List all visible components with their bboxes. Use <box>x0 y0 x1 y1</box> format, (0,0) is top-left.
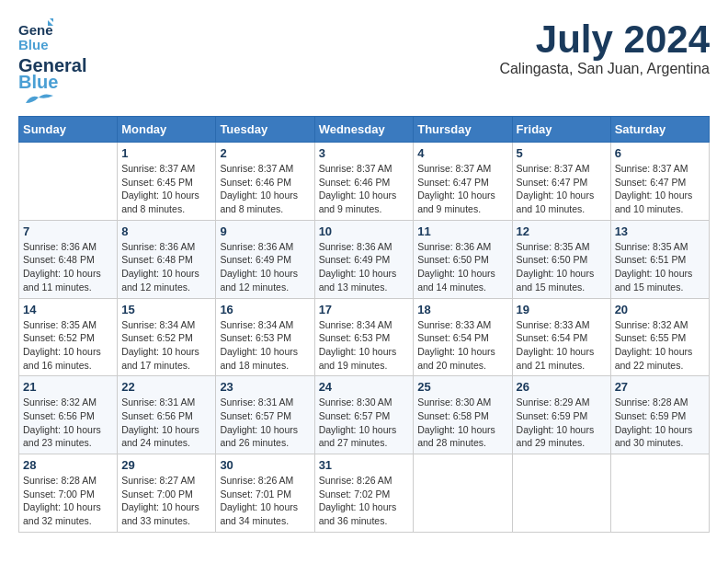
day-number: 17 <box>319 303 410 316</box>
weekday-header: Monday <box>118 117 216 143</box>
day-info: Sunrise: 8:28 AM Sunset: 6:59 PM Dayligh… <box>615 396 705 450</box>
calendar-cell: 7 Sunrise: 8:36 AM Sunset: 6:48 PM Dayli… <box>19 220 118 298</box>
day-number: 6 <box>615 146 705 160</box>
day-number: 25 <box>417 380 507 394</box>
day-number: 27 <box>615 380 705 394</box>
calendar-cell: 24 Sunrise: 8:30 AM Sunset: 6:57 PM Dayl… <box>314 376 414 454</box>
calendar-cell: 21 Sunrise: 8:32 AM Sunset: 6:56 PM Dayl… <box>19 376 118 454</box>
weekday-header: Wednesday <box>314 117 414 143</box>
day-info: Sunrise: 8:31 AM Sunset: 6:57 PM Dayligh… <box>220 396 310 450</box>
day-number: 2 <box>220 146 310 160</box>
calendar-cell <box>512 454 610 533</box>
logo: General Blue General Blue <box>18 18 86 107</box>
day-info: Sunrise: 8:30 AM Sunset: 6:58 PM Dayligh… <box>417 396 507 450</box>
day-info: Sunrise: 8:36 AM Sunset: 6:48 PM Dayligh… <box>23 240 113 294</box>
day-number: 24 <box>319 380 410 394</box>
svg-text:Blue: Blue <box>18 37 49 52</box>
calendar-cell: 31 Sunrise: 8:26 AM Sunset: 7:02 PM Dayl… <box>314 454 414 533</box>
day-info: Sunrise: 8:35 AM Sunset: 6:51 PM Dayligh… <box>615 240 705 294</box>
day-number: 12 <box>517 224 607 238</box>
calendar-cell <box>19 143 118 221</box>
calendar-cell: 11 Sunrise: 8:36 AM Sunset: 6:50 PM Dayl… <box>414 220 512 298</box>
day-number: 15 <box>121 303 211 316</box>
day-info: Sunrise: 8:36 AM Sunset: 6:50 PM Dayligh… <box>417 240 507 294</box>
calendar-cell: 18 Sunrise: 8:33 AM Sunset: 6:54 PM Dayl… <box>414 298 512 376</box>
calendar-cell: 1 Sunrise: 8:37 AM Sunset: 6:45 PM Dayli… <box>118 143 216 221</box>
calendar-cell: 13 Sunrise: 8:35 AM Sunset: 6:51 PM Dayl… <box>610 220 709 298</box>
day-number: 18 <box>417 303 507 316</box>
day-info: Sunrise: 8:37 AM Sunset: 6:45 PM Dayligh… <box>121 162 211 216</box>
calendar-cell <box>610 454 709 533</box>
day-number: 10 <box>319 224 410 238</box>
calendar-table: SundayMondayTuesdayWednesdayThursdayFrid… <box>18 116 710 533</box>
day-number: 26 <box>517 380 607 394</box>
calendar-cell: 23 Sunrise: 8:31 AM Sunset: 6:57 PM Dayl… <box>216 376 314 454</box>
day-info: Sunrise: 8:36 AM Sunset: 6:49 PM Dayligh… <box>319 240 410 294</box>
day-info: Sunrise: 8:33 AM Sunset: 6:54 PM Dayligh… <box>417 318 507 373</box>
day-number: 9 <box>220 224 310 238</box>
calendar-cell: 4 Sunrise: 8:37 AM Sunset: 6:47 PM Dayli… <box>414 143 512 221</box>
day-number: 23 <box>220 380 310 394</box>
weekday-header: Thursday <box>414 117 512 143</box>
page-header: General Blue General Blue July 2024 Cali… <box>18 18 710 107</box>
day-info: Sunrise: 8:37 AM Sunset: 6:47 PM Dayligh… <box>417 162 507 216</box>
calendar-cell: 27 Sunrise: 8:28 AM Sunset: 6:59 PM Dayl… <box>610 376 709 454</box>
day-info: Sunrise: 8:37 AM Sunset: 6:47 PM Dayligh… <box>615 162 705 216</box>
calendar-cell: 22 Sunrise: 8:31 AM Sunset: 6:56 PM Dayl… <box>118 376 216 454</box>
day-info: Sunrise: 8:27 AM Sunset: 7:00 PM Dayligh… <box>121 474 211 528</box>
day-number: 3 <box>319 146 410 160</box>
day-info: Sunrise: 8:37 AM Sunset: 6:46 PM Dayligh… <box>220 162 310 216</box>
day-info: Sunrise: 8:30 AM Sunset: 6:57 PM Dayligh… <box>319 396 410 450</box>
day-info: Sunrise: 8:28 AM Sunset: 7:00 PM Dayligh… <box>23 474 113 528</box>
day-number: 13 <box>615 224 705 238</box>
calendar-week: 14 Sunrise: 8:35 AM Sunset: 6:52 PM Dayl… <box>19 298 710 376</box>
day-number: 1 <box>121 146 211 160</box>
day-number: 22 <box>121 380 211 394</box>
calendar-cell: 8 Sunrise: 8:36 AM Sunset: 6:48 PM Dayli… <box>118 220 216 298</box>
calendar-cell: 14 Sunrise: 8:35 AM Sunset: 6:52 PM Dayl… <box>19 298 118 376</box>
day-info: Sunrise: 8:34 AM Sunset: 6:53 PM Dayligh… <box>319 318 410 373</box>
day-info: Sunrise: 8:32 AM Sunset: 6:55 PM Dayligh… <box>615 318 705 373</box>
day-number: 7 <box>23 224 113 238</box>
calendar-week: 21 Sunrise: 8:32 AM Sunset: 6:56 PM Dayl… <box>19 376 710 454</box>
day-number: 31 <box>319 458 410 472</box>
calendar-cell: 20 Sunrise: 8:32 AM Sunset: 6:55 PM Dayl… <box>610 298 709 376</box>
day-number: 19 <box>517 303 607 316</box>
day-number: 16 <box>220 303 310 316</box>
day-number: 29 <box>121 458 211 472</box>
calendar-cell: 12 Sunrise: 8:35 AM Sunset: 6:50 PM Dayl… <box>512 220 610 298</box>
day-info: Sunrise: 8:36 AM Sunset: 6:49 PM Dayligh… <box>220 240 310 294</box>
day-info: Sunrise: 8:29 AM Sunset: 6:59 PM Dayligh… <box>517 396 607 450</box>
day-info: Sunrise: 8:37 AM Sunset: 6:46 PM Dayligh… <box>319 162 410 216</box>
day-number: 14 <box>23 303 113 316</box>
day-info: Sunrise: 8:37 AM Sunset: 6:47 PM Dayligh… <box>517 162 607 216</box>
calendar-cell: 3 Sunrise: 8:37 AM Sunset: 6:46 PM Dayli… <box>314 143 414 221</box>
day-number: 5 <box>517 146 607 160</box>
title-block: July 2024 Calingasta, San Juan, Argentin… <box>499 18 710 77</box>
weekday-header: Saturday <box>610 117 709 143</box>
weekday-header: Friday <box>512 117 610 143</box>
weekday-header: Tuesday <box>216 117 314 143</box>
calendar-cell: 19 Sunrise: 8:33 AM Sunset: 6:54 PM Dayl… <box>512 298 610 376</box>
calendar-cell: 10 Sunrise: 8:36 AM Sunset: 6:49 PM Dayl… <box>314 220 414 298</box>
calendar-cell: 17 Sunrise: 8:34 AM Sunset: 6:53 PM Dayl… <box>314 298 414 376</box>
calendar-cell: 6 Sunrise: 8:37 AM Sunset: 6:47 PM Dayli… <box>610 143 709 221</box>
calendar-week: 7 Sunrise: 8:36 AM Sunset: 6:48 PM Dayli… <box>19 220 710 298</box>
day-number: 30 <box>220 458 310 472</box>
month-title: July 2024 <box>499 18 710 61</box>
calendar-cell: 28 Sunrise: 8:28 AM Sunset: 7:00 PM Dayl… <box>19 454 118 533</box>
day-info: Sunrise: 8:32 AM Sunset: 6:56 PM Dayligh… <box>23 396 113 450</box>
day-number: 28 <box>23 458 113 472</box>
location: Calingasta, San Juan, Argentina <box>499 61 710 77</box>
day-number: 11 <box>417 224 507 238</box>
calendar-cell: 29 Sunrise: 8:27 AM Sunset: 7:00 PM Dayl… <box>118 454 216 533</box>
calendar-cell: 25 Sunrise: 8:30 AM Sunset: 6:58 PM Dayl… <box>414 376 512 454</box>
day-info: Sunrise: 8:31 AM Sunset: 6:56 PM Dayligh… <box>121 396 211 450</box>
calendar-cell <box>414 454 512 533</box>
day-info: Sunrise: 8:26 AM Sunset: 7:02 PM Dayligh… <box>319 474 410 528</box>
day-number: 21 <box>23 380 113 394</box>
calendar-cell: 9 Sunrise: 8:36 AM Sunset: 6:49 PM Dayli… <box>216 220 314 298</box>
logo-icon: General Blue <box>18 18 53 53</box>
calendar-cell: 5 Sunrise: 8:37 AM Sunset: 6:47 PM Dayli… <box>512 143 610 221</box>
day-info: Sunrise: 8:34 AM Sunset: 6:53 PM Dayligh… <box>220 318 310 373</box>
